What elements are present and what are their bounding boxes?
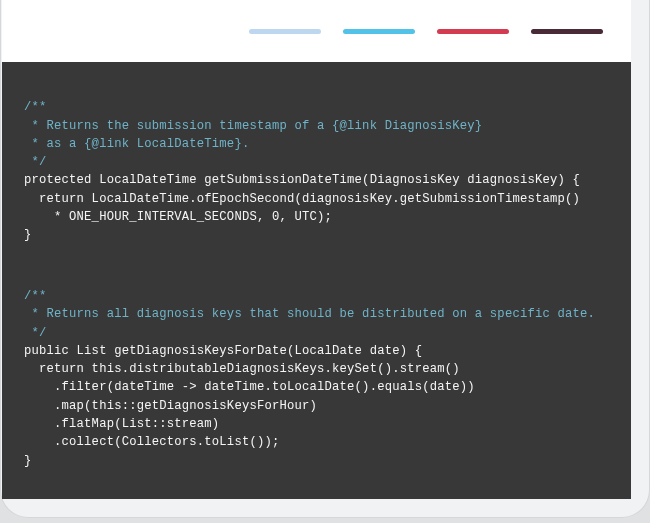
code-line: } [24,454,32,468]
code-line: return this.distributableDiagnosisKeys.k… [24,362,460,376]
javadoc-line: /** [24,100,47,114]
javadoc-line: * Returns all diagnosis keys that should… [24,307,595,321]
screen: /** * Returns the submission timestamp o… [2,0,631,499]
code-line: .map(this::getDiagnosisKeysForHour) [24,399,317,413]
code-editor[interactable]: /** * Returns the submission timestamp o… [2,62,631,499]
javadoc-line: */ [24,326,47,340]
code-line: return LocalDateTime.ofEpochSecond(diagn… [24,192,580,206]
code-line: } [24,228,32,242]
code-line: .collect(Collectors.toList()); [24,435,279,449]
device-frame: /** * Returns the submission timestamp o… [0,0,650,518]
tab-indicator-3[interactable] [437,29,509,34]
tab-indicator-2[interactable] [343,29,415,34]
code-line: public List getDiagnosisKeysForDate(Loca… [24,344,422,358]
tab-indicator-4[interactable] [531,29,603,34]
code-line: * ONE_HOUR_INTERVAL_SECONDS, 0, UTC); [24,210,332,224]
javadoc-line: * as a {@link LocalDateTime}. [24,137,249,151]
code-block-2: /** * Returns all diagnosis keys that sh… [24,287,621,470]
javadoc-line: */ [24,155,47,169]
code-line: .filter(dateTime -> dateTime.toLocalDate… [24,380,475,394]
code-line: protected LocalDateTime getSubmissionDat… [24,173,580,187]
tab-bar [2,0,631,62]
code-block-1: /** * Returns the submission timestamp o… [24,98,621,244]
code-line: .flatMap(List::stream) [24,417,219,431]
javadoc-line: * Returns the submission timestamp of a … [24,119,482,133]
javadoc-line: /** [24,289,47,303]
tab-indicator-1[interactable] [249,29,321,34]
